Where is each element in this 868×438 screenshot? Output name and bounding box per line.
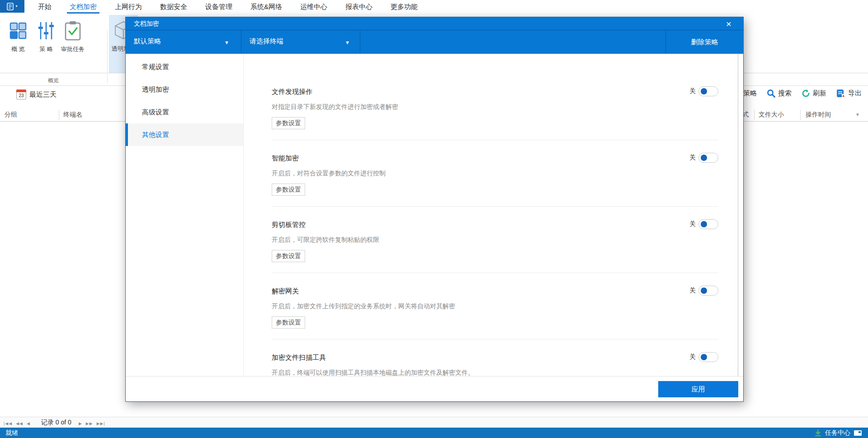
toggle-state-label: 关 [689,87,696,95]
toggle-switch[interactable] [698,286,718,296]
toggle-knob [701,155,707,161]
toggle-knob [701,354,707,360]
screen: ▾ 开始文档加密上网行为数据安全设备管理系统&网络运维中心报表中心更多功能 概 … [0,0,868,438]
pager-icon[interactable]: ▶ [79,421,82,426]
toggle-wrap: 关 [689,286,718,296]
dialog-sidebar-item-4[interactable]: 其他设置 [126,123,243,146]
ribbon-group-label: 概览 [0,77,107,85]
toolbar-export-label: 导出 [848,89,862,98]
dialog-sidebar-item-2[interactable]: 透明加密 [126,78,243,101]
ribbon-button-label: 概 览 [11,45,25,53]
toggle-switch[interactable] [698,219,718,229]
toolbar-refresh-label: 刷新 [813,89,826,98]
toggle-state-label: 关 [689,353,696,361]
toolbar-search-label: 搜索 [778,89,792,98]
menu-tab-4[interactable]: 数据安全 [151,0,196,14]
setting-section-1: 文件发现操作关对指定目录下新发现的文件进行加密或者解密参数设置 [272,88,718,154]
export-icon [836,89,845,98]
menu-tab-1[interactable]: 开始 [29,0,61,14]
terminal-select-dropdown[interactable]: 请选择终端 ▼ [241,30,360,54]
dialog-toolbar: 默认策略 ▼ 请选择终端 ▼ 删除策略 [126,30,743,54]
dialog-sidebar-item-1[interactable]: 常规设置 [126,56,243,78]
status-ready-text: 就绪 [5,429,18,437]
date-filter-label: 最近三天 [29,90,57,99]
column-header-terminal[interactable]: 终端名 [63,111,82,119]
column-divider [754,110,755,120]
section-divider [272,206,718,207]
toggle-knob [701,88,707,94]
section-description: 开启后，对符合设置参数的文件进行控制 [272,170,718,178]
toolbar-search-button[interactable]: 搜索 [767,89,792,98]
app-menu-button[interactable]: ▾ [0,0,24,13]
section-divider [272,339,718,339]
section-title: 加密文件扫描工具 [272,353,718,362]
column-chooser-caret-icon[interactable]: ▼ [855,112,860,117]
dialog-footer: 应用 [126,376,743,401]
ribbon-button-label: 策 略 [39,45,53,53]
toolbar-refresh-button[interactable]: 刷新 [802,89,826,98]
message-window-icon[interactable] [854,430,862,436]
param-settings-button[interactable]: 参数设置 [272,250,305,262]
column-header-filesize[interactable]: 文件大小 [759,111,784,119]
chevron-down-icon: ▼ [224,40,229,45]
dialog-sidebar-item-3[interactable]: 高级设置 [126,101,243,123]
ribbon-button-overview[interactable]: 概 览 [5,15,32,67]
app-icon [7,3,14,10]
dialog-content: 文件发现操作关对指定目录下新发现的文件进行加密或者解密参数设置智能加密关开启后，… [244,54,743,377]
content-scrollbar[interactable] [738,54,738,377]
date-range-filter[interactable]: 23 最近三天 [16,89,57,99]
toggle-knob [701,221,707,227]
task-center-button[interactable]: 任务中心 [825,429,850,437]
ribbon-group-divider [107,30,108,83]
toggle-wrap: 关 [689,153,718,163]
setting-section-4: 解密网关关开启后，加密文件上传到指定的业务系统时，网关将自动对其解密参数设置 [272,287,718,353]
pager-icon[interactable]: |◀◀ [4,421,12,426]
close-icon[interactable]: × [722,18,735,30]
menu-tab-7[interactable]: 运维中心 [291,0,336,14]
pagination-bar: |◀◀◀◀◀ 记录 0 of 0 ▶▶▶▶▶| [0,417,868,428]
apply-button[interactable]: 应用 [658,381,738,397]
status-bar-right: 任务中心 [815,428,862,438]
chevron-down-icon: ▾ [15,5,17,8]
toolbar-export-button[interactable]: 导出 [836,89,862,98]
refresh-icon [802,89,810,98]
menu-tab-9[interactable]: 更多功能 [382,0,427,14]
column-header-optime[interactable]: 操作时间 [806,111,831,119]
pager-icon[interactable]: ◀◀ [16,421,23,426]
section-description: 开启后，加密文件上传到指定的业务系统时，网关将自动对其解密 [272,302,718,311]
menu-tab-2[interactable]: 文档加密 [61,0,106,14]
toggle-switch[interactable] [698,86,718,96]
column-header-group[interactable]: 分组 [5,111,17,119]
setting-section-5: 加密文件扫描工具关开启后，终端可以使用扫描工具扫描本地磁盘上的加密文件及解密文件… [272,353,718,377]
param-settings-button[interactable]: 参数设置 [272,184,305,196]
ribbon-button-label: 审批任务 [61,45,85,53]
param-settings-button[interactable]: 参数设置 [272,316,305,329]
setting-section-2: 智能加密关开启后，对符合设置参数的文件进行控制参数设置 [272,154,718,221]
toggle-switch[interactable] [698,352,718,362]
ribbon-button-approve-tasks[interactable]: 审批任务 [60,15,86,67]
toggle-state-label: 关 [689,220,696,228]
policy-select-dropdown[interactable]: 默认策略 ▼ [126,30,241,54]
approve-clipboard-icon [64,19,81,42]
menu-tab-8[interactable]: 报表中心 [336,0,382,14]
pager-prev-buttons: |◀◀◀◀◀ [4,419,34,427]
section-divider [272,140,718,140]
pager-icon[interactable]: ▶▶ [86,421,93,426]
pager-next-buttons: ▶▶▶▶▶| [79,419,109,427]
ribbon-button-policy[interactable]: 策 略 [34,15,58,67]
section-description: 开启后，可限定跨软件复制粘贴的权限 [272,236,718,244]
pager-icon[interactable]: ▶▶| [97,421,105,426]
menu-tab-3[interactable]: 上网行为 [106,0,151,14]
search-icon [767,89,775,98]
chevron-down-icon: ▼ [345,40,350,45]
dialog-body: 常规设置透明加密高级设置其他设置 文件发现操作关对指定目录下新发现的文件进行加密… [126,54,743,377]
toolbar-policy-label: 策略 [743,89,757,98]
param-settings-button[interactable]: 参数设置 [272,117,305,129]
menu-tab-5[interactable]: 设备管理 [196,0,241,14]
menu-tab-6[interactable]: 系统&网络 [241,0,291,14]
toggle-switch[interactable] [698,153,718,163]
delete-policy-button[interactable]: 删除策略 [665,30,743,54]
pager-icon[interactable]: ◀ [27,421,30,426]
section-description: 对指定目录下新发现的文件进行加密或者解密 [272,103,718,111]
toggle-wrap: 关 [689,86,718,96]
